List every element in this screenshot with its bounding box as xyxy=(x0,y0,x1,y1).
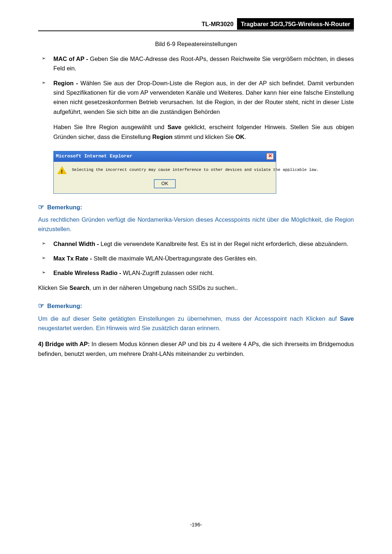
item-label: Max Tx Rate - xyxy=(53,255,94,262)
bold-text: OK xyxy=(236,134,245,140)
paragraph: Klicken Sie Search, um in der näheren Um… xyxy=(38,283,354,292)
note-body: Um die auf dieser Seite getätigten Einst… xyxy=(38,314,354,333)
text: Klicken Sie xyxy=(38,284,69,291)
list-item: Channel Width - Legt die verwendete Kana… xyxy=(38,239,354,249)
document-page: TL-MR3020Tragbarer 3G/3,75G-Wireless-N-R… xyxy=(0,0,392,554)
dialog-footer: OK xyxy=(54,176,276,193)
item-text: WLAN-Zugriff zulassen oder nicht. xyxy=(123,270,214,276)
hand-icon: ☞ xyxy=(38,203,44,211)
list-item: Enable Wireless Radio - WLAN-Zugriff zul… xyxy=(38,268,354,278)
bold-text: Region xyxy=(152,134,172,140)
page-number: -196- xyxy=(0,521,392,529)
ie-dialog: Microsoft Internet Explorer ✕ Selecting … xyxy=(53,151,276,194)
text: , um in der näheren Umgebung nach SSIDs … xyxy=(89,284,238,291)
note-body: Aus rechtlichen Gründen verfügt die Nord… xyxy=(38,215,354,234)
item-text: Wählen Sie aus der Drop-Down-Liste die R… xyxy=(53,80,354,115)
page-header: TL-MR3020Tragbarer 3G/3,75G-Wireless-N-R… xyxy=(38,18,354,31)
note-heading: ☞Bemerkung: xyxy=(38,300,354,311)
item-label: Region - xyxy=(53,80,81,86)
item-text: Geben Sie die MAC-Adresse des Root-APs, … xyxy=(53,56,354,71)
item-text: Legt die verwendete Kanalbreite fest. Es… xyxy=(101,241,348,247)
bold-text: Save xyxy=(167,124,181,130)
figure-caption: Bild 6-9 Repeatereinstellungen xyxy=(38,39,354,49)
hand-icon: ☞ xyxy=(38,302,44,309)
close-icon[interactable]: ✕ xyxy=(266,153,274,160)
dialog-title: Microsoft Internet Explorer xyxy=(56,153,132,160)
text: neugestartet werden. Ein Hinweis wird Si… xyxy=(38,325,221,331)
warning-icon xyxy=(57,166,67,174)
text: Um die auf dieser Seite getätigten Einst… xyxy=(38,315,340,322)
note-heading: ☞Bemerkung: xyxy=(38,202,354,213)
bullet-list-top: MAC of AP - Geben Sie die MAC-Adresse de… xyxy=(38,54,354,141)
item-subtext: Haben Sie Ihre Region ausgewählt und Sav… xyxy=(38,122,354,141)
note-label: Bemerkung: xyxy=(47,204,82,210)
text: Haben Sie Ihre Region ausgewählt und xyxy=(53,124,167,130)
dialog-screenshot: Microsoft Internet Explorer ✕ Selecting … xyxy=(53,151,354,194)
text: . xyxy=(244,134,246,140)
bold-text: Save xyxy=(340,315,354,322)
item-text: Stellt die maximale WLAN-Übertragungsrat… xyxy=(94,255,257,262)
item-label: MAC of AP - xyxy=(53,56,90,62)
header-title: Tragbarer 3G/3,75G-Wireless-N-Router xyxy=(237,18,354,30)
ok-button[interactable]: OK xyxy=(154,179,176,188)
numbered-item: 4) Bridge with AP: In diesem Modus könne… xyxy=(38,339,354,358)
list-item: Region - Wählen Sie aus der Drop-Down-Li… xyxy=(38,78,354,117)
bold-text: Search xyxy=(69,284,89,291)
dialog-titlebar: Microsoft Internet Explorer ✕ xyxy=(54,151,276,162)
item-label: Bridge with AP: xyxy=(44,341,90,347)
bullet-list-mid: Channel Width - Legt die verwendete Kana… xyxy=(38,239,354,278)
dialog-message: Selecting the incorrect country may caus… xyxy=(72,167,319,173)
list-item: Max Tx Rate - Stellt die maximale WLAN-Ü… xyxy=(38,254,354,263)
item-label: Channel Width - xyxy=(53,241,101,247)
list-item: MAC of AP - Geben Sie die MAC-Adresse de… xyxy=(38,54,354,73)
text: stimmt und klicken Sie xyxy=(172,134,235,140)
note-label: Bemerkung: xyxy=(47,303,82,309)
header-model: TL-MR3020 xyxy=(199,19,236,29)
dialog-body: Selecting the incorrect country may caus… xyxy=(54,162,276,176)
item-number: 4) xyxy=(38,341,44,347)
item-label: Enable Wireless Radio - xyxy=(53,270,123,276)
